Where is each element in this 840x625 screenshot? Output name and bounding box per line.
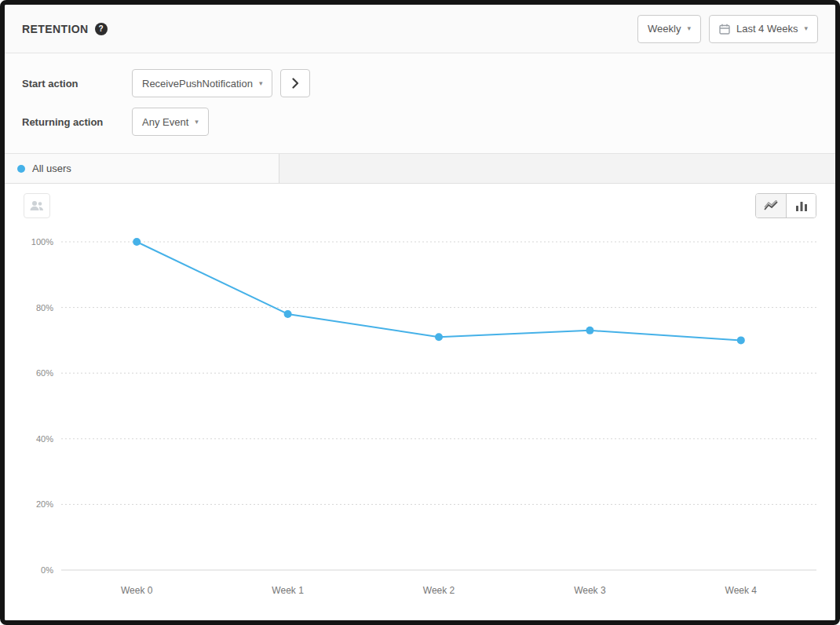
line-chart-icon (764, 200, 778, 211)
svg-text:Week 1: Week 1 (272, 585, 304, 596)
help-icon[interactable]: ? (95, 23, 108, 35)
start-action-dropdown[interactable]: ReceivePushNotification ▾ (132, 69, 272, 97)
next-step-button[interactable] (280, 69, 310, 97)
svg-text:40%: 40% (36, 434, 53, 444)
start-action-row: Start action ReceivePushNotification ▾ (22, 69, 818, 97)
svg-text:0%: 0% (41, 565, 53, 575)
granularity-dropdown[interactable]: Weekly ▾ (637, 15, 701, 43)
calendar-icon (719, 24, 730, 35)
returning-action-row: Returning action Any Event ▾ (22, 108, 818, 136)
segment-users-button[interactable] (24, 193, 50, 218)
chart-type-toggle (755, 193, 816, 218)
header-controls: Weekly ▾ Last 4 Weeks ▾ (637, 15, 818, 43)
svg-text:20%: 20% (36, 499, 53, 509)
svg-text:60%: 60% (36, 368, 53, 378)
chart-panel: 0%20%40%60%80%100%Week 0Week 1Week 2Week… (5, 184, 835, 620)
svg-text:100%: 100% (31, 237, 53, 247)
svg-text:Week 3: Week 3 (574, 585, 606, 596)
date-range-value: Last 4 Weeks (736, 23, 798, 35)
report-title-group: RETENTION ? (22, 23, 108, 35)
chevron-down-icon: ▾ (804, 25, 808, 32)
returning-action-label: Returning action (22, 116, 132, 128)
segment-tabbar: All users (5, 154, 835, 184)
chevron-right-icon (292, 78, 299, 89)
tab-label: All users (32, 163, 71, 174)
series-color-dot (17, 165, 25, 173)
returning-action-value: Any Event (142, 116, 188, 128)
start-action-value: ReceivePushNotification (142, 78, 253, 90)
chart-toolbar (24, 193, 816, 228)
svg-text:80%: 80% (36, 303, 53, 312)
bar-chart-icon (795, 200, 808, 211)
date-range-dropdown[interactable]: Last 4 Weeks ▾ (709, 15, 818, 43)
returning-action-dropdown[interactable]: Any Event ▾ (132, 108, 209, 136)
chart-svg: 0%20%40%60%80%100%Week 0Week 1Week 2Week… (24, 228, 820, 605)
svg-text:Week 4: Week 4 (725, 585, 758, 596)
chevron-down-icon: ▾ (687, 25, 691, 32)
filters-section: Start action ReceivePushNotification ▾ R… (5, 53, 835, 154)
report-header: RETENTION ? Weekly ▾ Last 4 Weeks ▾ (5, 5, 835, 53)
line-chart-toggle[interactable] (756, 194, 786, 217)
retention-report-window: RETENTION ? Weekly ▾ Last 4 Weeks ▾ (0, 0, 840, 625)
bar-chart-toggle[interactable] (786, 194, 816, 217)
chevron-down-icon: ▾ (195, 119, 199, 126)
retention-line-chart: 0%20%40%60%80%100%Week 0Week 1Week 2Week… (24, 228, 816, 608)
chevron-down-icon: ▾ (259, 80, 263, 87)
users-icon (30, 200, 44, 211)
tab-all-users[interactable]: All users (5, 154, 279, 183)
granularity-value: Weekly (648, 23, 681, 35)
svg-text:Week 2: Week 2 (423, 585, 455, 596)
svg-text:Week 0: Week 0 (121, 585, 153, 596)
page-title: RETENTION (22, 23, 89, 35)
start-action-label: Start action (22, 78, 132, 90)
